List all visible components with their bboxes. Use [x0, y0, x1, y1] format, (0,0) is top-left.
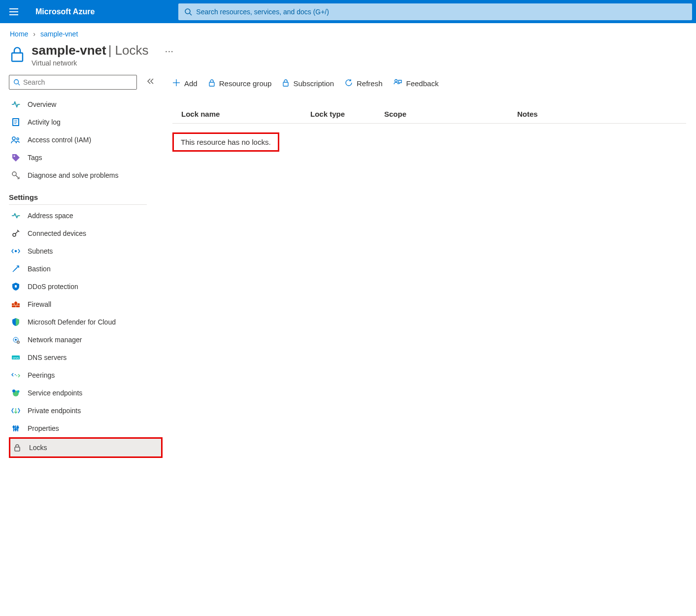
sidebar-item-ddos[interactable]: DDoS protection	[9, 278, 163, 295]
svg-point-6	[14, 80, 19, 84]
access-control-icon	[11, 135, 21, 145]
svg-point-35	[15, 374, 16, 375]
global-search-input[interactable]	[196, 8, 686, 16]
resource-group-button[interactable]: Resource group	[208, 79, 272, 88]
svg-point-16	[12, 172, 16, 176]
subnets-icon	[11, 246, 21, 256]
empty-state: This resource has no locks.	[172, 132, 279, 152]
refresh-icon	[345, 79, 353, 88]
sidebar-item-label: Firewall	[28, 300, 51, 308]
private-endpoints-icon	[11, 406, 21, 416]
lock-icon	[12, 443, 22, 453]
col-header-lockname: Lock name	[172, 110, 310, 118]
sidebar-item-access-control[interactable]: Access control (IAM)	[9, 131, 163, 149]
breadcrumb-home[interactable]: Home	[10, 30, 28, 38]
breadcrumb-separator: ›	[33, 30, 35, 38]
svg-rect-50	[209, 82, 214, 86]
top-bar: Microsoft Azure	[0, 0, 696, 23]
page-title-separator: |	[108, 43, 115, 58]
page-header: sample-vnet | Locks Virtual network ···	[0, 38, 696, 70]
page-subtitle: Virtual network	[32, 59, 149, 67]
sidebar-item-label: DNS servers	[28, 354, 66, 361]
sidebar-item-label: Access control (IAM)	[28, 136, 91, 144]
hamburger-menu-button[interactable]	[4, 0, 24, 23]
sidebar-item-firewall[interactable]: Firewall	[9, 295, 163, 313]
sidebar-item-overview[interactable]: Overview	[9, 96, 163, 113]
svg-rect-24	[15, 285, 17, 288]
sidebar-item-label: Tags	[28, 154, 42, 162]
peerings-icon	[11, 370, 21, 380]
sidebar-item-label: Connected devices	[28, 229, 86, 237]
sidebar-item-network-manager[interactable]: Network manager	[9, 331, 163, 349]
properties-icon	[11, 423, 21, 433]
sidebar-search-input[interactable]	[23, 78, 133, 86]
breadcrumb-resource[interactable]: sample-vnet	[40, 30, 78, 38]
locks-table-header: Lock name Lock type Scope Notes	[172, 105, 686, 124]
svg-point-14	[17, 138, 19, 140]
sidebar-item-activity-log[interactable]: Activity log	[9, 113, 163, 131]
overview-icon	[11, 99, 21, 109]
sidebar-item-dns[interactable]: DNS DNS servers	[9, 349, 163, 366]
svg-point-31	[15, 339, 17, 341]
refresh-button[interactable]: Refresh	[345, 79, 383, 88]
svg-point-21	[15, 251, 17, 252]
sidebar-item-label: Properties	[28, 424, 59, 432]
sidebar-item-private-endpoints[interactable]: Private endpoints	[9, 402, 163, 420]
svg-text:DNS: DNS	[13, 357, 19, 359]
lock-icon	[208, 79, 215, 88]
collapse-sidebar-button[interactable]	[147, 78, 155, 86]
sidebar-item-address-space[interactable]: Address space	[9, 207, 163, 225]
svg-line-19	[15, 231, 18, 234]
svg-point-44	[13, 426, 15, 428]
page-title-section: Locks	[115, 43, 149, 58]
sidebar-item-subnets[interactable]: Subnets	[9, 242, 163, 260]
search-icon	[13, 79, 20, 86]
global-search[interactable]	[178, 3, 692, 20]
add-button[interactable]: Add	[172, 79, 198, 88]
sidebar-item-label: Network manager	[28, 336, 82, 344]
svg-line-23	[14, 266, 19, 270]
breadcrumb: Home › sample-vnet	[0, 23, 696, 38]
svg-line-17	[16, 175, 19, 179]
svg-point-45	[15, 429, 17, 430]
svg-point-39	[17, 390, 20, 393]
svg-rect-47	[15, 447, 20, 451]
svg-rect-5	[12, 53, 23, 62]
connected-devices-icon	[11, 228, 21, 238]
svg-point-52	[395, 80, 397, 82]
svg-line-7	[18, 84, 20, 86]
sidebar-item-service-endpoints[interactable]: Service endpoints	[9, 384, 163, 402]
sidebar-item-label: Peerings	[28, 371, 55, 379]
sidebar-item-defender[interactable]: Microsoft Defender for Cloud	[9, 313, 163, 331]
svg-line-4	[190, 13, 192, 15]
svg-point-3	[185, 9, 190, 14]
sidebar-item-tags[interactable]: Tags	[9, 149, 163, 166]
subscription-label: Subscription	[293, 79, 334, 88]
feedback-label: Feedback	[406, 79, 439, 88]
sidebar-item-diagnose[interactable]: Diagnose and solve problems	[9, 166, 163, 184]
sidebar-item-label: Activity log	[28, 118, 61, 126]
col-header-scope: Scope	[384, 110, 517, 118]
ddos-icon	[11, 282, 21, 292]
sidebar-item-label: Service endpoints	[28, 389, 82, 397]
sidebar-item-label: Overview	[28, 100, 56, 108]
sidebar-search[interactable]	[9, 75, 137, 90]
col-header-notes: Notes	[517, 110, 686, 118]
sidebar-item-peerings[interactable]: Peerings	[9, 366, 163, 384]
sidebar: Overview Activity log Access control (IA…	[9, 75, 163, 458]
feedback-button[interactable]: Feedback	[394, 79, 439, 88]
subscription-button[interactable]: Subscription	[282, 79, 334, 88]
more-actions-button[interactable]: ···	[166, 43, 174, 56]
tags-icon	[11, 153, 21, 162]
feedback-icon	[394, 79, 402, 88]
sidebar-item-connected-devices[interactable]: Connected devices	[9, 225, 163, 242]
sidebar-item-label: Private endpoints	[28, 407, 81, 415]
page-title-resource: sample-vnet	[32, 43, 106, 58]
resource-group-label: Resource group	[219, 79, 272, 88]
add-label: Add	[184, 79, 198, 88]
sidebar-item-locks[interactable]: Locks	[9, 437, 163, 458]
svg-point-36	[16, 375, 17, 376]
svg-point-38	[12, 389, 15, 392]
sidebar-item-bastion[interactable]: Bastion	[9, 260, 163, 278]
sidebar-item-properties[interactable]: Properties	[9, 420, 163, 437]
